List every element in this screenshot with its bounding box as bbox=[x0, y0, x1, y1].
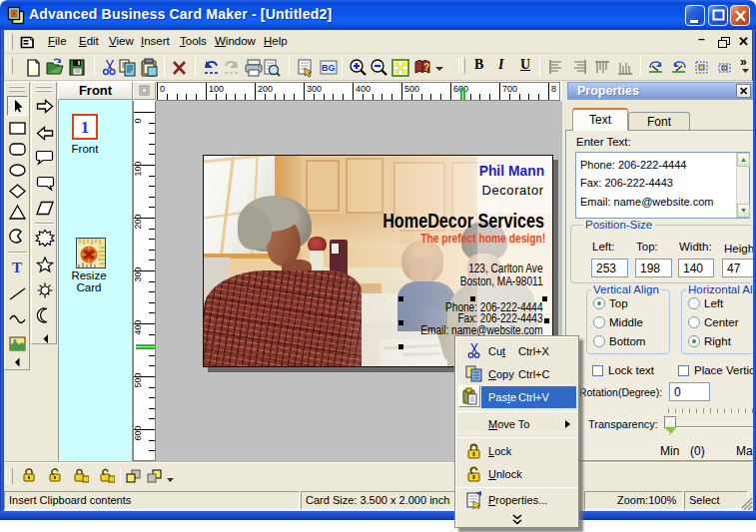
svg-text:?: ? bbox=[423, 62, 429, 73]
svg-text:BG: BG bbox=[322, 63, 336, 73]
